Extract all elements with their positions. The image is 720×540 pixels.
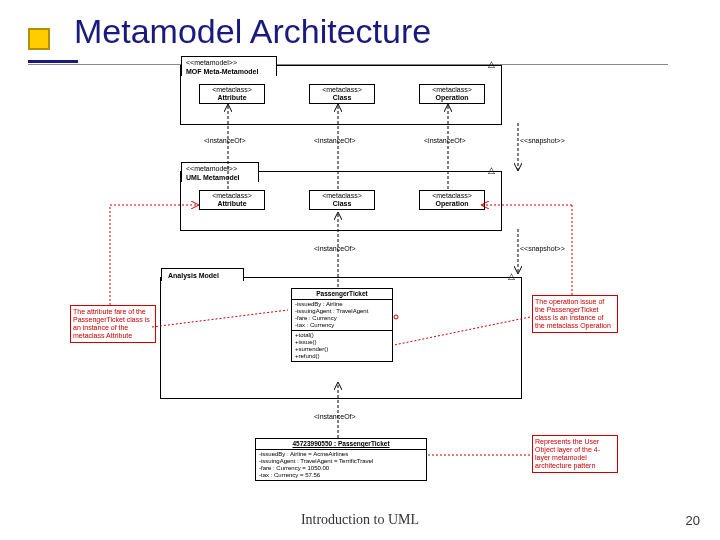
m2-name: UML Metamodel xyxy=(186,174,240,181)
package-m2: <<metamodel>> UML Metamodel △ <metaclass… xyxy=(180,171,502,231)
m2-op-name: Operation xyxy=(435,200,468,207)
inst-slots: -issuedBy : Airline = AcmeAirlines -issu… xyxy=(256,450,426,480)
snapshot-label: <<snapshot>> xyxy=(520,137,565,144)
pt-ops: +total() +issue() +surrender() +refund() xyxy=(292,331,392,361)
note-left: The attribute fare of the PassengerTicke… xyxy=(70,305,156,343)
inst-name: 45723990550 : PassengerTicket xyxy=(292,440,389,447)
title-underline-accent xyxy=(28,60,78,63)
bullet-icon xyxy=(28,28,50,50)
m3-name: MOF Meta-Metamodel xyxy=(186,68,258,75)
m3-op-name: Operation xyxy=(435,94,468,101)
pt-attrs: -issuedBy : Airline -issuingAgent : Trav… xyxy=(292,300,392,331)
note-right-bottom: Represents the User Object layer of the … xyxy=(532,435,618,473)
note-corner-fill-icon xyxy=(150,306,155,311)
inst-label-1: <instanceOf> xyxy=(204,137,246,144)
page-number: 20 xyxy=(686,513,700,528)
m3-stereo: <<metamodel>> xyxy=(186,59,237,66)
m2-op-box: <metaclass> Operation xyxy=(419,190,485,210)
m1-name: Analysis Model xyxy=(168,272,219,279)
m3-attribute-box: <metaclass> Attribute xyxy=(199,84,265,104)
m3-attr-stereo: <metaclass> xyxy=(212,86,252,93)
package-m3-triangle-icon: △ xyxy=(488,59,495,69)
snapshot-label-2: <<snapshot>> xyxy=(520,245,565,252)
inst-label-3: <instanceOf> xyxy=(424,137,466,144)
m3-class-box: <metaclass> Class xyxy=(309,84,375,104)
diagram-area: <<metamodel>> MOF Meta-Metamodel △ <meta… xyxy=(100,55,620,505)
note-rb-text: Represents the User Object layer of the … xyxy=(535,438,600,469)
note-rt-text: The operation issue of the PassengerTick… xyxy=(535,298,611,329)
m2-class-box: <metaclass> Class xyxy=(309,190,375,210)
slide-footer: Introduction to UML xyxy=(0,512,720,528)
m3-op-stereo: <metaclass> xyxy=(432,86,472,93)
inst-label-4: <instanceOf> xyxy=(314,245,356,252)
m2-attribute-box: <metaclass> Attribute xyxy=(199,190,265,210)
m3-class-name: Class xyxy=(333,94,352,101)
m2-class-name: Class xyxy=(333,200,352,207)
m3-attr-name: Attribute xyxy=(217,94,246,101)
m3-op-box: <metaclass> Operation xyxy=(419,84,485,104)
m2-class-stereo: <metaclass> xyxy=(322,192,362,199)
note-right-top: The operation issue of the PassengerTick… xyxy=(532,295,618,333)
slide-title: Metamodel Architecture xyxy=(74,12,431,51)
m2-op-stereo: <metaclass> xyxy=(432,192,472,199)
inst-label-2: <instanceOf> xyxy=(314,137,356,144)
package-m1-triangle-icon: △ xyxy=(508,271,515,281)
inst-label-5: <instanceOf> xyxy=(314,413,356,420)
pt-name: PassengerTicket xyxy=(316,290,368,297)
note-left-text: The attribute fare of the PassengerTicke… xyxy=(73,308,150,339)
m3-class-stereo: <metaclass> xyxy=(322,86,362,93)
passenger-ticket-class: PassengerTicket -issuedBy : Airline -iss… xyxy=(291,288,393,362)
instance-box: 45723990550 : PassengerTicket -issuedBy … xyxy=(255,438,427,481)
m2-stereo: <<metamodel>> xyxy=(186,165,237,172)
package-m2-tab: <<metamodel>> UML Metamodel xyxy=(181,162,259,182)
package-m1-tab: Analysis Model xyxy=(161,268,244,281)
note-corner-fill-icon xyxy=(612,436,617,441)
package-m3: <<metamodel>> MOF Meta-Metamodel △ <meta… xyxy=(180,65,502,125)
package-m3-tab: <<metamodel>> MOF Meta-Metamodel xyxy=(181,56,277,76)
m2-attr-stereo: <metaclass> xyxy=(212,192,252,199)
package-m2-triangle-icon: △ xyxy=(488,165,495,175)
m2-attr-name: Attribute xyxy=(217,200,246,207)
note-corner-fill-icon xyxy=(612,296,617,301)
package-m1: Analysis Model △ PassengerTicket -issued… xyxy=(160,277,522,399)
